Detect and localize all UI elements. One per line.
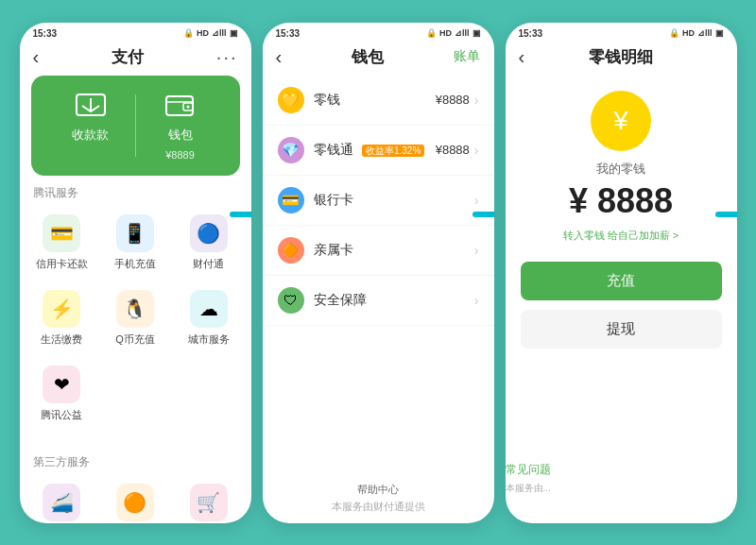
receive-button[interactable]: 收款款: [46, 91, 135, 161]
utilities-label: 生活缴费: [41, 332, 82, 347]
receive-icon: [71, 91, 111, 121]
jd-icon: 🛒: [190, 484, 228, 521]
coin-amount: ¥ 8888: [569, 181, 673, 221]
charity-icon: ❤: [43, 366, 80, 403]
credit-card-label: 信用卡还款: [36, 257, 88, 271]
service-note: 本服务由...: [506, 482, 551, 495]
wallet-item-lingqiantong[interactable]: 💎 零钱通 收益率1.32% ¥8888 ›: [263, 126, 494, 176]
chevron-1: ›: [474, 93, 479, 108]
service-phone-recharge[interactable]: 📱 手机充值: [100, 207, 170, 279]
time-1: 15:33: [33, 28, 58, 39]
wallet-item-familycard[interactable]: 🔶 亲属卡 ›: [263, 226, 494, 276]
credit-card-icon: 💳: [43, 214, 80, 252]
screen2-phone: 15:33 🔒 HD ⊿lll ▣ ‹ 钱包 账单 💛 零钱 ¥8888 › 💎…: [263, 23, 494, 523]
debug-badge-2: 调试: [472, 212, 494, 217]
page-title-2: 钱包: [352, 46, 384, 68]
faq-link[interactable]: 常见问题: [506, 462, 551, 478]
lingqian-detail-body: ¥ 我的零钱 ¥ 8888 转入零钱 给自己加加薪 > 充值 提现: [506, 76, 737, 523]
wallet-footer: 帮助中心 本服务由财付通提供: [263, 473, 494, 523]
familycard-icon: 🔶: [278, 237, 304, 264]
yield-tag: 收益率1.32%: [362, 145, 424, 157]
time-3: 15:33: [519, 28, 543, 39]
service-grid-1: 💳 信用卡还款 📱 手机充值 🔵 财付通 ⚡ 生活缴费 🐧 Q币充值 ☁ 城市服…: [20, 207, 251, 430]
service-qcoin[interactable]: 🐧 Q币充值: [100, 282, 170, 354]
wallet-label: 钱包: [168, 127, 193, 144]
recharge-button[interactable]: 充值: [521, 262, 722, 300]
caifutong-icon: 🔵: [190, 214, 228, 252]
status-icons-2: 🔒 HD ⊿lll ▣: [426, 28, 481, 38]
page-title-1: 支付: [112, 46, 144, 68]
status-bar-1: 15:33 🔒 HD ⊿lll ▣: [20, 23, 251, 43]
coin-label: 我的零钱: [596, 161, 645, 178]
city-label: 城市服务: [188, 332, 230, 347]
familycard-text: 亲属卡: [314, 241, 474, 259]
wallet-item-security[interactable]: 🛡 安全保障 ›: [263, 276, 494, 326]
caifutong-label: 财付通: [193, 257, 224, 271]
service-charity[interactable]: ❤ 腾讯公益: [27, 358, 97, 430]
screen1-phone: 15:33 🔒 HD ⊿lll ▣ ‹ 支付 ··· 收款款: [20, 23, 251, 523]
train-icon: 🚄: [43, 484, 80, 521]
screen3-phone: 15:33 🔒 HD ⊿lll ▣ ‹ 零钱明细 ¥ 我的零钱 ¥ 8888 转…: [506, 23, 737, 523]
more-icon-1[interactable]: ···: [216, 46, 238, 68]
service-train[interactable]: 🚄 火车票机票: [27, 476, 97, 523]
lingqiantong-icon: 💎: [278, 137, 304, 163]
lingqiantong-amount: ¥8888: [436, 143, 470, 157]
chevron-5: ›: [474, 293, 479, 308]
lingqian-links: 常见问题 本服务由...: [506, 462, 551, 495]
wallet-item-lingqian[interactable]: 💛 零钱 ¥8888 ›: [263, 76, 494, 126]
service-credit-card[interactable]: 💳 信用卡还款: [27, 207, 97, 279]
service-provider: 本服务由财付通提供: [272, 500, 485, 514]
wallet-list: 💛 零钱 ¥8888 › 💎 零钱通 收益率1.32% ¥8888 › 💳 银行…: [263, 76, 494, 473]
back-icon-1[interactable]: ‹: [33, 46, 40, 68]
back-icon-3[interactable]: ‹: [519, 46, 525, 68]
service-didi[interactable]: 🟠 滴滴出行: [100, 476, 170, 523]
back-icon-2[interactable]: ‹: [276, 46, 283, 68]
nav-bar-1: ‹ 支付 ···: [20, 43, 251, 76]
phone-icon: 📱: [116, 214, 154, 252]
wallet-item-bankcard[interactable]: 💳 银行卡 ›: [263, 176, 494, 226]
service-city[interactable]: ☁ 城市服务: [174, 282, 244, 354]
service-utilities[interactable]: ⚡ 生活缴费: [27, 282, 97, 354]
status-icons-3: 🔒 HD ⊿lll ▣: [669, 28, 724, 38]
chevron-4: ›: [474, 243, 479, 258]
nav-bar-3: ‹ 零钱明细: [506, 43, 737, 76]
wallet-balance: ¥8889: [165, 149, 195, 161]
city-icon: ☁: [190, 290, 228, 328]
bankcard-icon: 💳: [278, 187, 304, 213]
transfer-tip[interactable]: 转入零钱 给自己加加薪 >: [563, 229, 679, 243]
status-icons-1: 🔒 HD ⊿lll ▣: [183, 28, 238, 38]
utilities-icon: ⚡: [43, 290, 80, 328]
help-center-link[interactable]: 帮助中心: [272, 483, 485, 497]
chevron-2: ›: [474, 143, 479, 158]
time-2: 15:33: [276, 28, 301, 39]
service-jd[interactable]: 🛒 京东优选: [174, 476, 244, 523]
lingqian-icon: 💛: [278, 87, 304, 113]
phone-label: 手机充值: [114, 257, 156, 271]
service-grid-2: 🚄 火车票机票 🟠 滴滴出行 🛒 京东优选: [20, 476, 251, 523]
chevron-3: ›: [474, 193, 479, 208]
section-tencent: 腾讯服务: [20, 176, 251, 207]
debug-badge-3: 调试: [715, 212, 737, 217]
debug-badge-1: 调试: [230, 212, 251, 217]
security-text: 安全保障: [314, 291, 474, 309]
withdraw-button[interactable]: 提现: [521, 310, 722, 349]
wallet-icon: [161, 91, 200, 121]
lingqian-text: 零钱: [314, 91, 436, 109]
page-title-3: 零钱明细: [589, 46, 653, 68]
didi-icon: 🟠: [116, 484, 154, 521]
hero-section: 收款款 钱包 ¥8889: [31, 76, 240, 176]
lingqiantong-text: 零钱通 收益率1.32%: [314, 141, 436, 159]
bankcard-text: 银行卡: [314, 191, 474, 209]
service-caifutong[interactable]: 🔵 财付通: [174, 207, 244, 279]
svg-point-3: [186, 105, 189, 108]
bill-tab[interactable]: 账单: [454, 48, 480, 65]
section-third: 第三方服务: [20, 445, 251, 476]
charity-label: 腾讯公益: [41, 408, 82, 422]
receive-label: 收款款: [72, 127, 109, 144]
qcoin-label: Q币充值: [115, 332, 155, 347]
coin-icon: ¥: [591, 91, 651, 151]
status-bar-3: 15:33 🔒 HD ⊿lll ▣: [506, 23, 737, 43]
wallet-button[interactable]: 钱包 ¥8889: [136, 91, 225, 161]
qcoin-icon: 🐧: [116, 290, 154, 328]
status-bar-2: 15:33 🔒 HD ⊿lll ▣: [263, 23, 494, 43]
